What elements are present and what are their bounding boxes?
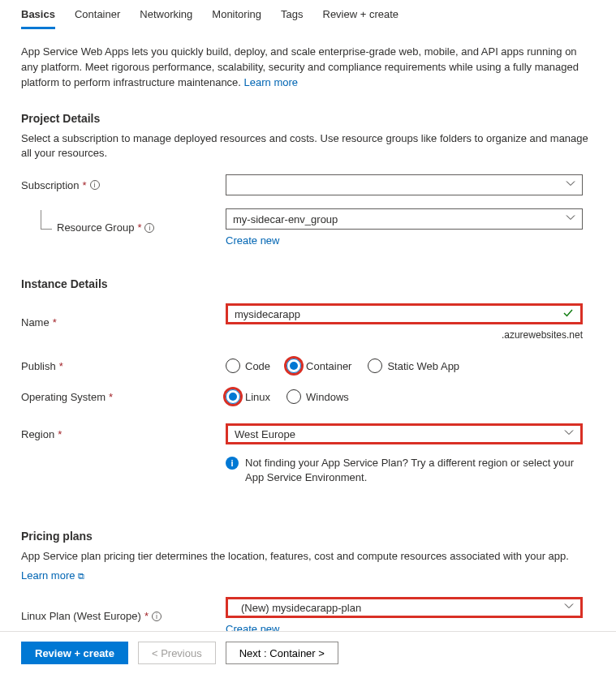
intro-learn-more-link[interactable]: Learn more xyxy=(244,76,298,88)
publish-radio-swa[interactable]: Static Web App xyxy=(368,358,459,373)
info-icon[interactable]: i xyxy=(90,180,100,190)
os-radio-windows[interactable]: Windows xyxy=(286,389,349,404)
instance-details-heading: Instance Details xyxy=(21,277,595,290)
plan-label: Linux Plan (West Europe) xyxy=(21,610,141,622)
previous-button: < Previous xyxy=(138,642,216,664)
name-label: Name xyxy=(21,316,50,328)
region-hint: Not finding your App Service Plan? Try a… xyxy=(245,456,583,485)
publish-container-label: Container xyxy=(306,360,351,372)
required-marker: * xyxy=(58,428,62,440)
tab-review[interactable]: Review + create xyxy=(323,8,399,29)
intro-body: App Service Web Apps lets you quickly bu… xyxy=(21,45,579,88)
subscription-select[interactable] xyxy=(226,174,583,195)
region-value: West Europe xyxy=(235,428,295,440)
linux-plan-select[interactable]: (New) mysidecarapp-plan xyxy=(226,597,583,618)
required-marker: * xyxy=(137,221,141,234)
resource-group-value: my-sidecar-env_group xyxy=(233,213,338,225)
required-marker: * xyxy=(83,179,87,191)
chevron-down-icon xyxy=(566,213,575,225)
tab-tags[interactable]: Tags xyxy=(281,8,303,29)
pricing-desc-text: App Service plan pricing tier determines… xyxy=(21,550,569,562)
publish-radio-code[interactable]: Code xyxy=(226,358,270,373)
intro-text: App Service Web Apps lets you quickly bu… xyxy=(21,45,595,91)
tab-basics[interactable]: Basics xyxy=(21,8,55,29)
chevron-down-icon xyxy=(566,179,575,191)
subscription-label: Subscription xyxy=(21,179,80,191)
os-label: Operating System xyxy=(21,391,106,403)
wizard-tabs: Basics Container Networking Monitoring T… xyxy=(21,0,595,30)
resource-group-label: Resource Group xyxy=(57,221,134,234)
chevron-down-icon xyxy=(564,428,574,440)
name-input[interactable]: mysidecarapp xyxy=(226,303,583,324)
required-marker: * xyxy=(109,391,113,403)
pricing-learn-more-link[interactable]: Learn more ⧉ xyxy=(21,569,84,582)
project-details-heading: Project Details xyxy=(21,112,595,125)
os-linux-label: Linux xyxy=(245,391,270,403)
tree-connector xyxy=(41,210,52,230)
publish-radio-container[interactable]: Container xyxy=(286,358,351,373)
required-marker: * xyxy=(144,610,149,622)
tab-networking[interactable]: Networking xyxy=(140,8,192,29)
project-details-desc: Select a subscription to manage deployed… xyxy=(21,131,595,162)
pricing-desc: App Service plan pricing tier determines… xyxy=(21,549,595,565)
os-windows-label: Windows xyxy=(306,391,349,403)
rg-create-new-link[interactable]: Create new xyxy=(226,234,279,247)
next-button[interactable]: Next : Container > xyxy=(226,642,338,664)
info-icon: i xyxy=(226,457,239,470)
info-icon[interactable]: i xyxy=(152,612,162,621)
info-icon[interactable]: i xyxy=(144,223,154,233)
plan-create-new-link[interactable]: Create new xyxy=(226,623,279,631)
required-marker: * xyxy=(53,316,57,328)
resource-group-select[interactable]: my-sidecar-env_group xyxy=(226,208,583,230)
plan-value: (New) mysidecarapp-plan xyxy=(241,602,361,614)
publish-code-label: Code xyxy=(245,360,270,372)
wizard-footer: Review + create < Previous Next : Contai… xyxy=(0,631,616,674)
checkmark-icon xyxy=(562,307,574,321)
publish-label: Publish xyxy=(21,360,56,372)
domain-suffix: .azurewebsites.net xyxy=(226,329,583,341)
region-label: Region xyxy=(21,428,54,440)
pricing-heading: Pricing plans xyxy=(21,530,595,543)
publish-swa-label: Static Web App xyxy=(387,360,459,372)
region-select[interactable]: West Europe xyxy=(226,423,583,444)
review-create-button[interactable]: Review + create xyxy=(21,642,128,664)
required-marker: * xyxy=(59,360,63,372)
external-link-icon: ⧉ xyxy=(78,571,84,581)
chevron-down-icon xyxy=(564,602,574,614)
tab-container[interactable]: Container xyxy=(75,8,120,29)
name-value: mysidecarapp xyxy=(235,308,300,320)
os-radio-linux[interactable]: Linux xyxy=(226,389,270,404)
tab-monitoring[interactable]: Monitoring xyxy=(212,8,261,29)
